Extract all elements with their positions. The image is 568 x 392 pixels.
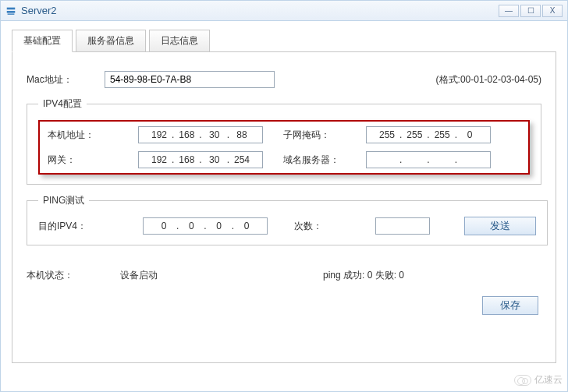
ping-ip-input[interactable]: 0. 0. 0. 0: [143, 217, 268, 235]
tab-server-info[interactable]: 服务器信息: [76, 30, 146, 52]
status-line: 本机状态： 设备启动 ping 成功: 0 失败: 0: [27, 269, 541, 282]
window-title: Server2: [21, 5, 499, 16]
host-ip-input[interactable]: 192. 168. 30. 88: [138, 126, 263, 143]
window-body: 基础配置 服务器信息 日志信息 Mac地址： (格式:00-01-02-03-0…: [1, 21, 567, 371]
mac-row: Mac地址： (格式:00-01-02-03-04-05): [27, 71, 541, 88]
minimize-button[interactable]: —: [499, 5, 519, 17]
host-state-label: 本机状态：: [27, 269, 120, 282]
app-icon: [5, 5, 16, 16]
tab-panel-basic: Mac地址： (格式:00-01-02-03-04-05) IPV4配置 本机地…: [12, 51, 556, 363]
mac-hint: (格式:00-01-02-03-04-05): [436, 73, 541, 87]
close-button[interactable]: X: [542, 5, 563, 17]
mac-input[interactable]: [105, 71, 275, 88]
watermark-text: 亿速云: [534, 373, 563, 387]
ping-count-input[interactable]: [375, 217, 430, 235]
ipv4-fieldset: IPV4配置 本机地址： 192. 168. 30. 88 子网掩码： 255.: [27, 97, 541, 185]
gateway-label: 网关：: [48, 154, 118, 167]
gateway-input[interactable]: 192. 168. 30. 254: [138, 151, 263, 168]
ping-result: ping 成功: 0 失败: 0: [323, 269, 541, 282]
app-window: Server2 — ☐ X 基础配置 服务器信息 日志信息 Mac地址： (格式…: [0, 0, 568, 392]
svg-rect-0: [7, 7, 16, 9]
tab-log[interactable]: 日志信息: [149, 30, 210, 52]
subnet-mask-label: 子网掩码：: [283, 129, 346, 142]
window-buttons: — ☐ X: [499, 5, 563, 17]
watermark-icon: [514, 375, 531, 386]
svg-rect-2: [8, 13, 15, 14]
mac-label: Mac地址：: [27, 73, 105, 87]
device-state: 设备启动: [120, 269, 323, 282]
ipv4-legend: IPV4配置: [38, 97, 87, 111]
maximize-button[interactable]: ☐: [520, 5, 541, 17]
send-button[interactable]: 发送: [464, 217, 536, 235]
dns-input[interactable]: . . .: [366, 151, 491, 168]
save-bar: 保存: [27, 296, 541, 315]
subnet-mask-input[interactable]: 255. 255. 255. 0: [366, 126, 491, 143]
watermark: 亿速云: [514, 373, 563, 387]
save-button[interactable]: 保存: [482, 296, 538, 315]
titlebar: Server2 — ☐ X: [1, 1, 567, 21]
ping-fieldset: PING测试 目的IPV4： 0. 0. 0. 0 次数： 发送: [27, 194, 548, 245]
ping-count-label: 次数：: [294, 220, 349, 233]
host-ip-label: 本机地址：: [48, 129, 118, 142]
svg-rect-1: [7, 11, 16, 13]
tab-strip: 基础配置 服务器信息 日志信息: [12, 29, 556, 51]
ipv4-highlight: 本机地址： 192. 168. 30. 88 子网掩码： 255. 255. 2…: [38, 120, 530, 175]
dns-label: 域名服务器：: [283, 154, 346, 167]
ping-legend: PING测试: [38, 194, 89, 207]
ping-ip-label: 目的IPV4：: [38, 220, 116, 233]
tab-basic[interactable]: 基础配置: [12, 30, 73, 52]
